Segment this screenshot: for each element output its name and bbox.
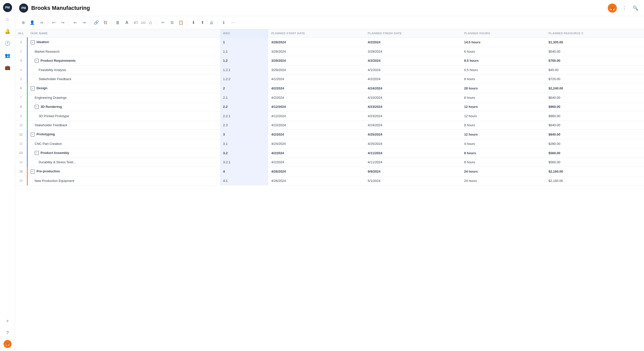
row-task-name[interactable]: New Production Equipment <box>27 176 220 185</box>
row-start: 4/2/2024 <box>268 130 365 139</box>
indent-out-button[interactable]: ⇐ <box>71 19 79 27</box>
print-button[interactable]: 🖨 <box>207 19 215 27</box>
row-start: 3/28/2024 <box>268 38 365 47</box>
toolbar: ⊕ 👤 ⇒ ↩ ↪ ⇐ ⇒ 🔗 ⛓ 🗑 A 🏷 123 ◇ ✂ ⧉ 📋 ⬇ ⬆ … <box>15 16 644 29</box>
table-row[interactable]: 13 − Product Assembly 3.2 4/2/2024 4/11/… <box>15 148 644 158</box>
row-task-name[interactable]: − Pre-production <box>27 167 220 176</box>
delete-button[interactable]: 🗑 <box>114 19 122 27</box>
table-row[interactable]: 11 − Prototyping 3 4/2/2024 4/25/2024 12… <box>15 130 644 139</box>
row-finish: 5/1/2024 <box>365 176 461 185</box>
row-task-name[interactable]: − Prototyping <box>27 130 220 139</box>
more-options-button[interactable]: ··· <box>229 19 237 27</box>
divider-1 <box>47 20 48 26</box>
nav-help[interactable]: ? <box>3 328 13 338</box>
header-avatar[interactable]: 🦊 <box>608 4 617 13</box>
text-color-button[interactable]: A <box>123 19 131 27</box>
row-task-name[interactable]: − 3D Rendering <box>27 102 220 112</box>
project-title: Brooks Manufacturing <box>31 5 605 11</box>
row-resource: $765.00 <box>545 56 644 66</box>
nav-add[interactable]: ＋ <box>3 316 13 326</box>
indent-in-button[interactable]: ⇒ <box>80 19 88 27</box>
row-task-name[interactable]: − Ideation <box>27 38 220 47</box>
row-task-name[interactable]: − Product Requirements <box>27 56 220 66</box>
row-wbs: 3.2.1 <box>220 158 268 167</box>
row-resource: $720.00 <box>545 75 644 84</box>
table-row[interactable]: 7 Engineering Drawings 2.1 4/2/2024 4/10… <box>15 93 644 102</box>
row-start: 4/23/2024 <box>268 121 365 130</box>
row-task-name[interactable]: − Design <box>27 84 220 93</box>
link-button[interactable]: 🔗 <box>92 19 100 27</box>
col-header-task-name[interactable]: TASK NAME <box>27 29 220 38</box>
paste-button[interactable]: 📋 <box>177 19 185 27</box>
row-num: 8 <box>15 102 27 112</box>
row-task-name[interactable]: Durability & Stress Testi... <box>27 158 220 167</box>
arrow-right-button[interactable]: ⇒ <box>37 19 45 27</box>
add-button[interactable]: ⊕ <box>19 19 27 27</box>
search-button[interactable]: 🔍 <box>631 4 640 13</box>
row-task-name[interactable]: Market Research <box>27 47 220 56</box>
nav-user-avatar[interactable]: 🦊 <box>4 340 12 348</box>
row-start: 4/12/2024 <box>268 102 365 112</box>
row-task-name[interactable]: CNC Part Creation <box>27 139 220 148</box>
col-header-hours[interactable]: PLANNED HOURS <box>461 29 545 38</box>
row-finish: 4/2/2024 <box>365 75 461 84</box>
tag-button[interactable]: 🏷 <box>132 19 140 27</box>
table-row[interactable]: 9 3D Printed Prototype 2.2.1 4/12/2024 4… <box>15 112 644 121</box>
row-wbs: 1.2 <box>220 56 268 66</box>
copy-button[interactable]: ⧉ <box>168 19 176 27</box>
scissors-button[interactable]: ✂ <box>159 19 167 27</box>
info-button[interactable]: ℹ <box>220 19 228 27</box>
table-row[interactable]: 10 Stakeholder Feedback 2.3 4/23/2024 4/… <box>15 121 644 130</box>
table-row[interactable]: 12 CNC Part Creation 3.1 4/24/2024 4/25/… <box>15 139 644 148</box>
nav-users[interactable]: 👥 <box>3 50 13 60</box>
col-header-resource[interactable]: PLANNED RESOURCE C <box>545 29 644 38</box>
nav-briefcase[interactable]: 💼 <box>3 62 13 73</box>
row-start: 4/1/2024 <box>268 75 365 84</box>
undo-button[interactable]: ↩ <box>50 19 58 27</box>
row-resource: $2,240.00 <box>545 84 644 93</box>
table-row[interactable]: 5 Stakeholder Feedback 1.2.2 4/1/2024 4/… <box>15 75 644 84</box>
task-table-container[interactable]: ALL TASK NAME WBS PLANNED START DATE PLA… <box>15 29 644 351</box>
nav-bell[interactable]: 🔔 <box>3 26 13 36</box>
row-resource: $540.00 <box>545 47 644 56</box>
diamond-button[interactable]: ◇ <box>146 19 155 27</box>
row-task-name[interactable]: Stakeholder Feedback <box>27 121 220 130</box>
divider-7 <box>217 20 218 26</box>
table-row[interactable]: 1 − Ideation 1 3/28/2024 4/2/2024 14.5 h… <box>15 38 644 47</box>
upload-button[interactable]: ⬆ <box>198 19 206 27</box>
col-header-wbs[interactable]: WBS <box>220 29 268 38</box>
table-row[interactable]: 15 − Pre-production 4 4/26/2024 9/9/2024… <box>15 167 644 176</box>
row-hours: 8 hours <box>461 93 545 102</box>
unlink-button[interactable]: ⛓ <box>101 19 109 27</box>
table-row[interactable]: 4 Feasibility Analysis 1.2.1 3/29/2024 4… <box>15 66 644 75</box>
table-row[interactable]: 3 − Product Requirements 1.2 3/29/2024 4… <box>15 56 644 66</box>
table-row[interactable]: 14 Durability & Stress Testi... 3.2.1 4/… <box>15 158 644 167</box>
table-row[interactable]: 6 − Design 2 4/2/2024 4/24/2024 28 hours… <box>15 84 644 93</box>
redo-button[interactable]: ↪ <box>59 19 67 27</box>
nav-clock[interactable]: 🕐 <box>3 38 13 48</box>
row-task-name[interactable]: Stakeholder Feedback <box>27 75 220 84</box>
row-finish: 4/25/2024 <box>365 139 461 148</box>
table-row[interactable]: 2 Market Research 1.1 3/28/2024 3/29/202… <box>15 47 644 56</box>
nav-home[interactable]: ⌂ <box>3 14 13 24</box>
row-task-name[interactable]: Engineering Drawings <box>27 93 220 102</box>
row-start: 4/2/2024 <box>268 84 365 93</box>
user-button[interactable]: 👤 <box>28 19 36 27</box>
row-hours: 8 hours <box>461 158 545 167</box>
row-task-name[interactable]: 3D Printed Prototype <box>27 112 220 121</box>
row-finish: 4/11/2024 <box>365 158 461 167</box>
col-header-start[interactable]: PLANNED START DATE <box>268 29 365 38</box>
row-resource: $1,305.00 <box>545 38 644 47</box>
pm-logo: PM <box>3 3 12 12</box>
col-header-finish[interactable]: PLANNED FINISH DATE <box>365 29 461 38</box>
table-row[interactable]: 8 − 3D Rendering 2.2 4/12/2024 4/23/2024… <box>15 102 644 112</box>
row-start: 4/2/2024 <box>268 158 365 167</box>
row-hours: 8 hours <box>461 75 545 84</box>
row-num: 2 <box>15 47 27 56</box>
more-button[interactable]: ⋮ <box>620 4 629 13</box>
row-task-name[interactable]: − Product Assembly <box>27 148 220 158</box>
row-task-name[interactable]: Feasibility Analysis <box>27 66 220 75</box>
row-hours: 14.5 hours <box>461 38 545 47</box>
download-button[interactable]: ⬇ <box>189 19 197 27</box>
table-row[interactable]: 16 New Production Equipment 4.1 4/26/202… <box>15 176 644 185</box>
